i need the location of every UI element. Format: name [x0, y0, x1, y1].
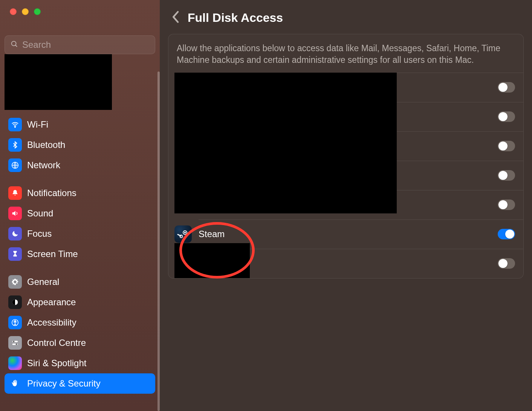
sidebar-item-label: Siri & Spotlight: [27, 358, 86, 368]
sidebar-item-label: Notifications: [27, 188, 76, 198]
main-pane: Full Disk Access Allow the applications …: [160, 0, 532, 411]
sidebar-item-notifications[interactable]: Notifications: [5, 183, 155, 203]
permission-toggle[interactable]: [498, 229, 515, 239]
sidebar-item-label: Network: [27, 160, 60, 170]
apps-redacted-block-bottom: [174, 243, 250, 279]
sidebar-item-siri-spotlight[interactable]: Siri & Spotlight: [5, 353, 155, 373]
sidebar-item-label: Bluetooth: [27, 140, 65, 150]
search-icon: [10, 40, 18, 50]
sidebar-item-label: General: [27, 277, 59, 287]
sidebar-list: Wi-Fi Bluetooth Network Notifications: [0, 114, 160, 394]
sidebar: Wi-Fi Bluetooth Network Notifications: [0, 0, 160, 411]
sidebar-item-label: Wi-Fi: [27, 119, 48, 130]
permission-toggle[interactable]: [498, 258, 515, 269]
sidebar-item-label: Screen Time: [27, 249, 78, 259]
sidebar-item-control-centre[interactable]: Control Centre: [5, 333, 155, 353]
window-traffic-lights: [0, 0, 160, 23]
svg-point-13: [184, 232, 186, 234]
svg-point-9: [13, 341, 14, 342]
sidebar-item-general[interactable]: General: [5, 272, 155, 292]
hourglass-icon: [8, 247, 22, 261]
network-icon: [8, 158, 22, 172]
svg-line-1: [15, 45, 17, 47]
sidebar-item-appearance[interactable]: Appearance: [5, 292, 155, 312]
sidebar-item-bluetooth[interactable]: Bluetooth: [5, 135, 155, 155]
svg-point-0: [12, 41, 16, 46]
panel-description: Allow the applications below to access d…: [168, 34, 523, 73]
app-label: Steam: [199, 229, 498, 239]
sliders-icon: [8, 336, 22, 350]
permission-toggle[interactable]: [498, 170, 515, 181]
permission-toggle[interactable]: [498, 82, 515, 93]
bell-icon: [8, 186, 22, 200]
svg-point-6: [15, 320, 16, 321]
minimize-window-button[interactable]: [22, 8, 29, 15]
gear-icon: [8, 275, 22, 289]
permission-toggle[interactable]: [498, 199, 515, 210]
back-button[interactable]: [172, 11, 180, 25]
sidebar-item-wifi[interactable]: Wi-Fi: [5, 114, 155, 135]
main-header: Full Disk Access: [160, 0, 532, 34]
sidebar-item-accessibility[interactable]: Accessibility: [5, 312, 155, 333]
close-window-button[interactable]: [10, 8, 17, 15]
moon-icon: [8, 227, 22, 241]
sidebar-item-sound[interactable]: Sound: [5, 203, 155, 224]
search-box[interactable]: [5, 35, 155, 54]
siri-icon: [8, 356, 22, 370]
accessibility-icon: [8, 316, 22, 329]
wifi-icon: [8, 118, 22, 131]
svg-point-10: [16, 344, 17, 345]
appearance-icon: [8, 295, 22, 309]
speaker-icon: [8, 207, 22, 220]
sidebar-item-label: Privacy & Security: [27, 378, 101, 389]
svg-point-11: [177, 228, 189, 240]
sidebar-item-label: Sound: [27, 208, 53, 219]
bluetooth-icon: [8, 138, 22, 152]
steam-icon: [174, 225, 192, 243]
sidebar-item-label: Accessibility: [27, 317, 76, 328]
zoom-window-button[interactable]: [34, 8, 41, 15]
apps-list: Steam: [168, 73, 523, 278]
sidebar-item-network[interactable]: Network: [5, 155, 155, 175]
sidebar-item-label: Focus: [27, 228, 52, 239]
sidebar-item-label: Appearance: [27, 297, 76, 307]
sidebar-item-screen-time[interactable]: Screen Time: [5, 244, 155, 264]
sidebar-item-privacy-security[interactable]: Privacy & Security: [5, 373, 155, 394]
sidebar-item-label: Control Centre: [27, 338, 86, 348]
account-redacted-block: [5, 54, 112, 110]
apps-redacted-block-top: [174, 73, 397, 213]
sidebar-item-focus[interactable]: Focus: [5, 224, 155, 244]
hand-icon: [8, 377, 22, 390]
svg-point-2: [15, 126, 15, 127]
full-disk-access-panel: Allow the applications below to access d…: [168, 34, 524, 279]
search-input[interactable]: [22, 40, 150, 50]
page-title: Full Disk Access: [188, 11, 283, 25]
permission-toggle[interactable]: [498, 111, 515, 122]
permission-toggle[interactable]: [498, 141, 515, 151]
